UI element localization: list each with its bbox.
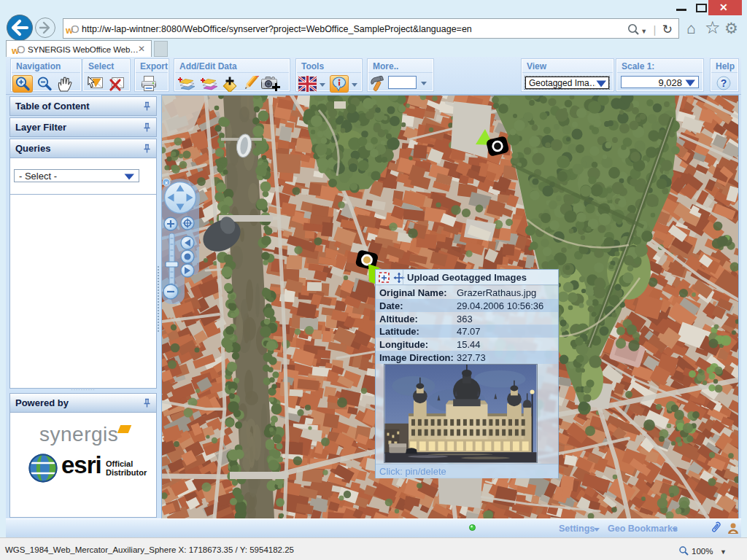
svg-text:x: x xyxy=(165,179,169,186)
svg-text:?: ? xyxy=(721,77,727,89)
